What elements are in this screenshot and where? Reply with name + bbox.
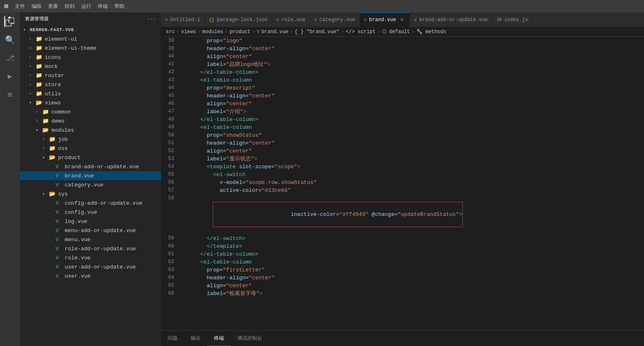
tab-icon: V [364, 17, 367, 22]
line-number: 64 [161, 274, 181, 282]
activity-run[interactable]: ▶ [4, 70, 16, 82]
sidebar-item-common[interactable]: › 📁 common [20, 107, 161, 116]
sidebar-item-modules[interactable]: ▾ 📂 modules [20, 126, 161, 135]
tab-icon: V [314, 17, 317, 22]
label: menu.vue [65, 237, 90, 243]
code-line-54: 54 <template slot-scope="scope"> [161, 163, 644, 171]
arrow-icon: ▾ [29, 100, 36, 105]
code-editor[interactable]: 38 prop="logo" 39 header-align="center" … [161, 37, 644, 330]
separator-icon: › [252, 29, 255, 35]
bottom-tab-problems[interactable]: 问题 [161, 331, 184, 346]
line-number: 52 [161, 147, 181, 155]
line-content: </el-table-column> [181, 116, 644, 123]
line-content: header-align="center" [181, 274, 644, 282]
sidebar-item-views[interactable]: ▾ 📂 views [20, 98, 161, 107]
folder-icon: 📁 [36, 90, 43, 97]
activity-extensions[interactable]: ⊞ [4, 89, 16, 100]
sidebar-item-menu-add-or-update[interactable]: › V menu-add-or-update.vue [20, 226, 161, 235]
tab-brand-vue[interactable]: V brand.vue × [360, 12, 410, 27]
sidebar-item-brand[interactable]: › V brand.vue [20, 171, 161, 180]
menu-terminal[interactable]: 终端 [98, 3, 108, 10]
sidebar-item-job[interactable]: › 📁 job [20, 135, 161, 144]
label: menu-add-or-update.vue [65, 227, 136, 234]
bottom-tab-debug[interactable]: 调试控制台 [231, 331, 269, 346]
label: mock [45, 63, 58, 70]
sidebar-item-sys[interactable]: ▾ 📂 sys [20, 189, 161, 198]
sidebar-item-icons[interactable]: › 📁 icons [20, 53, 161, 62]
code-line-57: 57 active-color="#13ce66" [161, 186, 644, 194]
bottom-tab-output[interactable]: 输出 [184, 331, 207, 346]
line-number: 48 [161, 116, 181, 123]
code-line-65: 65 align="center" [161, 282, 644, 290]
sidebar-item-product[interactable]: ▾ 📂 product [20, 153, 161, 162]
sidebar-item-user[interactable]: › V user.vue [20, 271, 161, 281]
tab-role-vue[interactable]: V role.vue [272, 12, 310, 27]
sidebar-item-utils[interactable]: › 📁 utils [20, 89, 161, 98]
editor-area: ≡ Untitled-1 {} package-lock.json V role… [161, 12, 644, 346]
tree-root-folder[interactable]: ▾ RENREN-FAST-VUE [20, 25, 161, 34]
sidebar-item-user-add-or-update[interactable]: › V user-add-or-update.vue [20, 262, 161, 271]
sidebar-item-store[interactable]: › 📁 store [20, 80, 161, 89]
sidebar-item-role[interactable]: › V role.vue [20, 253, 161, 262]
line-content: </el-table-column> [181, 68, 644, 76]
arrow-icon: › [29, 82, 36, 87]
tab-close-button[interactable]: × [399, 16, 405, 24]
vue-file-icon: V [56, 255, 63, 261]
sidebar-item-router[interactable]: › 📁 router [20, 71, 161, 80]
arrow-icon: ▾ [42, 155, 49, 160]
code-line-63: 63 prop="firstLetter" [161, 266, 644, 274]
tab-package-lock[interactable]: {} package-lock.json [205, 12, 272, 27]
sidebar-item-oss[interactable]: › 📁 oss [20, 144, 161, 153]
sidebar-menu-icon[interactable]: ··· [147, 17, 156, 22]
label: modules [51, 127, 74, 133]
folder-icon: 📁 [36, 54, 43, 60]
sidebar-item-menu[interactable]: › V menu.vue [20, 235, 161, 244]
line-number: 45 [161, 92, 181, 100]
menu-bar: ⊞ 文件 编辑 查看 转到 运行 终端 帮助 [0, 0, 644, 12]
sidebar-item-role-add-or-update[interactable]: › V role-add-or-update.vue [20, 244, 161, 253]
sidebar-item-demo[interactable]: › 📁 demo [20, 116, 161, 126]
sidebar-header: 资源管理器 ··· [20, 12, 161, 25]
label: demo [51, 118, 64, 124]
tab-untitled[interactable]: ≡ Untitled-1 [161, 12, 205, 27]
arrow-icon: › [36, 110, 42, 114]
sidebar-item-config[interactable]: › V config.vue [20, 208, 161, 217]
sidebar-item-mock[interactable]: › 📁 mock [20, 62, 161, 71]
menu-goto[interactable]: 转到 [65, 3, 75, 10]
folder-icon: 📁 [36, 45, 43, 51]
arrow-icon: ▾ [42, 191, 49, 196]
menu-file[interactable]: 文件 [15, 3, 25, 10]
tab-category-vue[interactable]: V category.vue [310, 12, 360, 27]
menu-view[interactable]: 查看 [48, 3, 58, 10]
arrow-icon: › [36, 119, 42, 123]
sidebar-item-element-ui-theme[interactable]: › 📁 element-ui-theme [20, 44, 161, 53]
sidebar-item-brand-add-or-update[interactable]: › V brand-add-or-update.vue [20, 162, 161, 171]
tab-label: index.js [504, 17, 528, 23]
line-number: 40 [161, 53, 181, 60]
tab-brand-add-or-update-vue[interactable]: V brand-add-or-update.vue [410, 12, 492, 27]
bottom-tab-terminal[interactable]: 终端 [207, 331, 231, 346]
label: sys [58, 191, 68, 197]
code-line-38: 38 prop="logo" [161, 37, 644, 45]
line-content: header-align="center" [181, 92, 644, 100]
line-content: label="介绍"> [181, 108, 644, 116]
code-line-44: 44 prop="descript" [161, 84, 644, 92]
sidebar-item-config-add-or-update[interactable]: › V config-add-or-update.vue [20, 198, 161, 208]
tab-index-js[interactable]: JS index.js [493, 12, 533, 27]
activity-source-control[interactable]: ⎇ [4, 52, 16, 64]
label: user-add-or-update.vue [65, 264, 136, 270]
label: category.vue [65, 182, 104, 188]
activity-search[interactable]: 🔍 [4, 34, 16, 46]
sidebar-item-element-ui[interactable]: › 📁 element-ui [20, 34, 161, 44]
menu-help[interactable]: 帮助 [114, 3, 124, 10]
label: config.vue [65, 209, 97, 215]
sidebar-item-category[interactable]: › V category.vue [20, 180, 161, 189]
menu-run[interactable]: 运行 [81, 3, 91, 10]
sidebar-item-log[interactable]: › V log.vue [20, 217, 161, 226]
menu-edit[interactable]: 编辑 [32, 3, 41, 10]
breadcrumb: src › views › modules › product › V bran… [161, 27, 644, 37]
line-number: 58 [161, 194, 181, 202]
activity-explorer[interactable] [4, 16, 16, 27]
label: config-add-or-update.vue [65, 200, 142, 206]
label: common [51, 109, 71, 115]
